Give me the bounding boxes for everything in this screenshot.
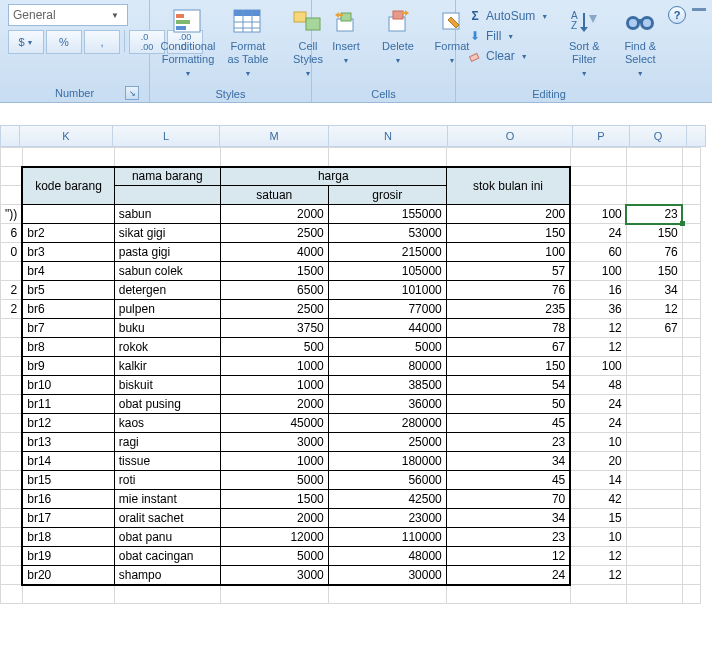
cell[interactable]: 6500: [220, 281, 328, 300]
grid-row[interactable]: 0br3pasta gigi40002150001006076: [1, 243, 701, 262]
cell[interactable]: 12: [570, 547, 626, 566]
autosum-button[interactable]: Σ AutoSum ▼: [464, 6, 552, 26]
cell[interactable]: 155000: [328, 205, 446, 224]
grid-row[interactable]: br18obat panu120001100002310: [1, 528, 701, 547]
cell[interactable]: 1000: [220, 357, 328, 376]
cell[interactable]: [1, 433, 23, 452]
help-icon[interactable]: ?: [668, 6, 686, 24]
cell[interactable]: [626, 395, 682, 414]
cell[interactable]: 110000: [328, 528, 446, 547]
cell[interactable]: br13: [22, 433, 114, 452]
grid-row[interactable]: [1, 585, 701, 604]
cell[interactable]: 24: [570, 414, 626, 433]
cell[interactable]: 2000: [220, 509, 328, 528]
grid-row[interactable]: br19obat cacingan5000480001212: [1, 547, 701, 566]
grid-row[interactable]: 6br2sikat gigi25005300015024150: [1, 224, 701, 243]
cell[interactable]: br9: [22, 357, 114, 376]
cell[interactable]: mie instant: [114, 490, 220, 509]
cell[interactable]: [682, 281, 700, 300]
cell[interactable]: 2: [1, 300, 23, 319]
cell[interactable]: 54: [446, 376, 570, 395]
cell[interactable]: br2: [22, 224, 114, 243]
cell[interactable]: 60: [570, 243, 626, 262]
cell[interactable]: 24: [446, 566, 570, 585]
cell[interactable]: 10: [570, 528, 626, 547]
grid-row[interactable]: br10biskuit1000385005448: [1, 376, 701, 395]
number-format-combo[interactable]: General ▼: [8, 4, 128, 26]
cell[interactable]: 2500: [220, 224, 328, 243]
cell[interactable]: br18: [22, 528, 114, 547]
grid-row[interactable]: kode barang nama barang harga stok bulan…: [1, 167, 701, 186]
cell[interactable]: br17: [22, 509, 114, 528]
col-header-partial[interactable]: [0, 125, 20, 147]
cell[interactable]: 100: [570, 357, 626, 376]
cell[interactable]: sabun colek: [114, 262, 220, 281]
cell[interactable]: 57: [446, 262, 570, 281]
cell[interactable]: 24: [570, 395, 626, 414]
cell[interactable]: br5: [22, 281, 114, 300]
cell[interactable]: br20: [22, 566, 114, 585]
cell[interactable]: 2: [1, 281, 23, 300]
cell[interactable]: br6: [22, 300, 114, 319]
cell[interactable]: [682, 357, 700, 376]
cell[interactable]: [626, 528, 682, 547]
header-nama-barang[interactable]: nama barang: [114, 167, 220, 186]
cell[interactable]: 10: [570, 433, 626, 452]
cell[interactable]: [682, 471, 700, 490]
cell[interactable]: [626, 376, 682, 395]
cell[interactable]: 14: [570, 471, 626, 490]
col-header-partial-r[interactable]: [687, 125, 706, 147]
header-harga[interactable]: harga: [220, 167, 446, 186]
cell[interactable]: [682, 414, 700, 433]
cell[interactable]: [1, 338, 23, 357]
grid-row[interactable]: br9kalkir100080000150100: [1, 357, 701, 376]
cell[interactable]: 67: [446, 338, 570, 357]
cell[interactable]: 48: [570, 376, 626, 395]
conditional-formatting-button[interactable]: Conditional Formatting ▼: [158, 4, 218, 86]
cell[interactable]: [682, 262, 700, 281]
format-as-table-button[interactable]: Format as Table ▼: [218, 4, 278, 86]
sort-filter-button[interactable]: AZ Sort & Filter ▼: [556, 4, 612, 86]
cell[interactable]: 67: [626, 319, 682, 338]
cell[interactable]: 12: [570, 338, 626, 357]
cell[interactable]: 3000: [220, 566, 328, 585]
cell[interactable]: [682, 300, 700, 319]
cell[interactable]: 215000: [328, 243, 446, 262]
cell[interactable]: [682, 319, 700, 338]
cell[interactable]: 105000: [328, 262, 446, 281]
col-header-q[interactable]: Q: [630, 125, 687, 147]
cell[interactable]: 42: [570, 490, 626, 509]
cell[interactable]: 45000: [220, 414, 328, 433]
cell[interactable]: 100: [446, 243, 570, 262]
cell[interactable]: 1500: [220, 262, 328, 281]
cell[interactable]: br11: [22, 395, 114, 414]
cell[interactable]: br15: [22, 471, 114, 490]
col-header-k[interactable]: K: [20, 125, 113, 147]
cell[interactable]: obat panu: [114, 528, 220, 547]
cell[interactable]: 2000: [220, 205, 328, 224]
cell[interactable]: [626, 566, 682, 585]
cell[interactable]: [626, 547, 682, 566]
cell[interactable]: [682, 433, 700, 452]
grid-row[interactable]: [1, 148, 701, 167]
cell[interactable]: roti: [114, 471, 220, 490]
cell[interactable]: [682, 205, 700, 224]
cell[interactable]: sikat gigi: [114, 224, 220, 243]
grid-row[interactable]: br4sabun colek150010500057100150: [1, 262, 701, 281]
cell[interactable]: 200: [446, 205, 570, 224]
cell[interactable]: 150: [446, 224, 570, 243]
cell[interactable]: tissue: [114, 452, 220, 471]
cell[interactable]: 5000: [220, 547, 328, 566]
cell[interactable]: 100: [570, 262, 626, 281]
cell[interactable]: 15: [570, 509, 626, 528]
cell[interactable]: kaos: [114, 414, 220, 433]
cell[interactable]: [1, 509, 23, 528]
cell[interactable]: 101000: [328, 281, 446, 300]
grid-row[interactable]: br11obat pusing2000360005024: [1, 395, 701, 414]
cell[interactable]: [682, 243, 700, 262]
cell[interactable]: [682, 338, 700, 357]
cell[interactable]: [1, 357, 23, 376]
cell[interactable]: 38500: [328, 376, 446, 395]
grid-row[interactable]: br20shampo3000300002412: [1, 566, 701, 585]
find-select-button[interactable]: Find & Select ▼: [612, 4, 668, 86]
